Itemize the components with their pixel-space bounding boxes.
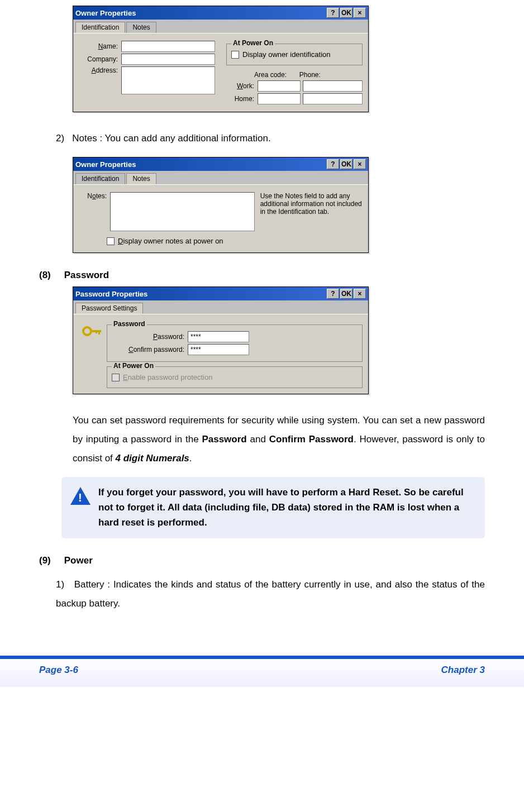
dialog-title: Owner Properties (75, 160, 326, 169)
section-8-heading: (8) Password (39, 270, 485, 281)
section-num: (8) (39, 270, 61, 281)
section-title: Password (64, 270, 109, 280)
help-button[interactable]: ? (327, 289, 339, 299)
help-button[interactable]: ? (327, 8, 339, 18)
name-field[interactable] (121, 41, 215, 52)
work-label: Work: (226, 82, 254, 90)
address-field[interactable] (121, 66, 215, 94)
home-phone-field[interactable] (303, 93, 363, 104)
tab-identification[interactable]: Identification (75, 22, 125, 33)
key-icon (82, 323, 104, 340)
svg-rect-2 (98, 330, 100, 335)
svg-point-0 (83, 327, 91, 335)
owner-properties-notes-dialog: Owner Properties ? OK × Identification N… (73, 157, 369, 253)
password-legend: Password (112, 320, 147, 328)
tab-identification[interactable]: Identification (75, 173, 125, 184)
phone-label: Phone: (299, 71, 363, 79)
poweron-group: At Power On Enable password protection (107, 366, 363, 388)
enable-password-label: Enable password protection (123, 373, 212, 381)
titlebar: Password Properties ? OK × (73, 287, 368, 300)
display-notes-checkbox[interactable] (107, 237, 115, 245)
poweron-legend: At Power On (112, 362, 155, 370)
notes-label: Notes: (79, 192, 107, 200)
page-footer: Page 3-6 Chapter 3 (0, 656, 524, 687)
ok-button[interactable]: OK (340, 289, 352, 299)
close-button[interactable]: × (354, 289, 366, 299)
warning-icon (70, 487, 90, 505)
enable-password-checkbox (112, 374, 120, 381)
section-title: Power (64, 555, 93, 566)
notes-hint: Use the Notes field to add any additiona… (255, 192, 363, 216)
tab-notes[interactable]: Notes (126, 22, 156, 33)
tab-notes[interactable]: Notes (126, 173, 156, 184)
step-num: 2) (56, 133, 64, 144)
home-label: Home: (226, 95, 254, 103)
name-label: NaName:me: (79, 42, 118, 50)
ok-button[interactable]: OK (340, 159, 352, 169)
confirm-password-field[interactable]: **** (188, 344, 249, 355)
tab-row: Identification Notes (73, 171, 368, 184)
item-num: 1) (56, 579, 64, 590)
titlebar: Owner Properties ? OK × (73, 6, 368, 20)
display-owner-id-label: Display owner identification (242, 50, 331, 59)
power-item-1: 1) Battery : Indicates the kinds and sta… (56, 575, 485, 613)
section-num: (9) (39, 555, 61, 566)
poweron-legend: At Power On (231, 39, 275, 47)
ok-button[interactable]: OK (340, 8, 352, 18)
step-text: Notes : You can add any additional infor… (72, 133, 270, 144)
confirm-password-label: Confirm password: (112, 346, 184, 354)
poweron-group: At Power On Display owner identification (226, 44, 363, 65)
help-button[interactable]: ? (327, 159, 339, 169)
display-notes-label: Display owner notes at power on (118, 237, 223, 245)
section-9-heading: (9) Power (39, 555, 485, 566)
notes-field[interactable] (110, 192, 255, 231)
areacode-label: Area code: (254, 71, 299, 79)
owner-properties-dialog: Owner Properties ? OK × Identification N… (73, 6, 369, 112)
company-label: Company: (79, 55, 118, 63)
address-label: Address: (79, 66, 118, 74)
dialog-title: Password Properties (75, 290, 326, 298)
company-field[interactable] (121, 54, 215, 65)
display-owner-id-checkbox[interactable] (231, 51, 239, 59)
warning-box: If you forget your password, you will ha… (61, 477, 485, 538)
step-2: 2) Notes : You can add any additional in… (56, 129, 485, 148)
password-group: Password Password:**** Confirm password:… (107, 324, 363, 362)
close-button[interactable]: × (354, 8, 366, 18)
work-phone-field[interactable] (303, 80, 363, 92)
close-button[interactable]: × (354, 159, 366, 169)
work-area-field[interactable] (258, 80, 301, 92)
tab-row: Password Settings (73, 300, 368, 314)
warning-text: If you forget your password, you will ha… (98, 485, 476, 531)
footer-left: Page 3-6 (39, 665, 78, 676)
tab-password-settings[interactable]: Password Settings (75, 303, 143, 314)
home-area-field[interactable] (258, 93, 301, 104)
password-properties-dialog: Password Properties ? OK × Password Sett… (73, 286, 369, 394)
footer-right: Chapter 3 (441, 665, 485, 676)
password-description: You can set password requirements for se… (73, 411, 485, 468)
item-text: Battery : Indicates the kinds and status… (56, 579, 485, 609)
password-field[interactable]: **** (188, 331, 249, 342)
titlebar: Owner Properties ? OK × (73, 157, 368, 171)
password-label: Password: (112, 333, 184, 341)
dialog-title: Owner Properties (75, 9, 326, 17)
svg-rect-3 (96, 330, 97, 333)
tab-row: Identification Notes (73, 20, 368, 33)
